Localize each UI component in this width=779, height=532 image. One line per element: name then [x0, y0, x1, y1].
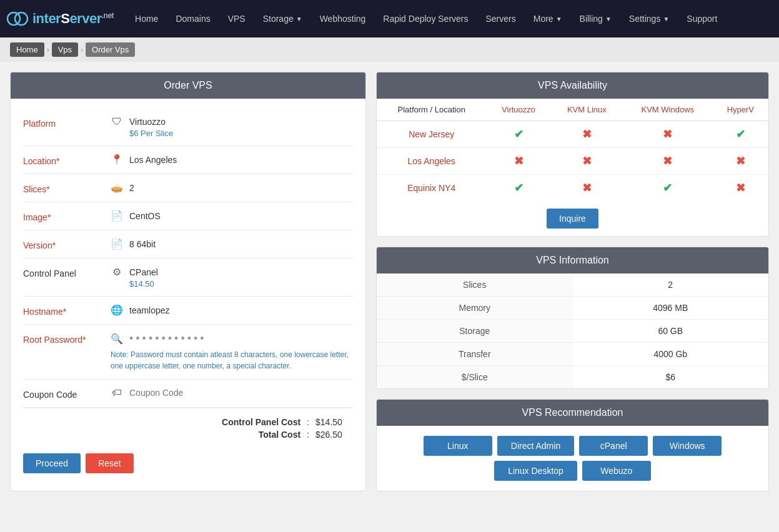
- recommendation-button-direct-admin[interactable]: Direct Admin: [497, 436, 574, 456]
- col-hyperv: HyperV: [713, 99, 768, 121]
- hostname-icon: 🌐: [111, 304, 123, 316]
- recommendation-button-webuzo[interactable]: Webuzo: [582, 461, 651, 481]
- col-kvm-windows: KVM Windows: [623, 99, 713, 121]
- info-row: $/Slice$6: [377, 366, 768, 389]
- avail-cell: ✖: [486, 148, 550, 175]
- version-field: 📄 8 64bit: [111, 238, 353, 250]
- x-icon: ✖: [582, 155, 592, 167]
- root-password-row: Root Password* 🔍 •••••••••••• Note: Pass…: [23, 325, 353, 380]
- coupon-field: 🏷: [111, 387, 353, 398]
- coupon-icon: 🏷: [111, 387, 123, 398]
- info-table: Slices2Memory4096 MBStorage60 GBTransfer…: [377, 273, 768, 388]
- nav-billing[interactable]: Billing▼: [571, 0, 620, 37]
- info-value: 60 GB: [573, 320, 769, 343]
- total-cost-row: Total Cost : $26.50: [23, 428, 353, 441]
- avail-cell: Los Angeles: [377, 148, 486, 175]
- coupon-input[interactable]: [129, 388, 353, 398]
- nav-vps[interactable]: VPS: [219, 0, 254, 37]
- top-navigation: interServer.net Home Domains VPS Storage…: [0, 0, 779, 37]
- avail-cell: New Jersey: [377, 121, 486, 148]
- recommendation-buttons: LinuxDirect AdmincPanelWindowsLinux Desk…: [377, 426, 768, 491]
- main-content: Order VPS Platform 🛡 Virtuozzo $6 Per Sl…: [0, 62, 779, 501]
- reset-button[interactable]: Reset: [86, 453, 134, 473]
- cp-cost-value: $14.50: [315, 417, 353, 427]
- vps-information-title: VPS Information: [377, 247, 768, 273]
- nav-home[interactable]: Home: [126, 0, 167, 37]
- control-panel-icon: ⚙: [111, 266, 123, 278]
- location-field: 📍 Los Angeles: [111, 154, 353, 165]
- nav-support[interactable]: Support: [678, 0, 726, 37]
- recommendation-button-cpanel[interactable]: cPanel: [579, 436, 648, 456]
- avail-cell: ✖: [713, 148, 768, 175]
- nav-storage[interactable]: Storage▼: [254, 0, 311, 37]
- version-row: Version* 📄 8 64bit: [23, 230, 353, 259]
- location-label: Location*: [23, 154, 111, 166]
- password-icon: 🔍: [111, 333, 123, 345]
- image-label: Image*: [23, 210, 111, 222]
- info-label: Slices: [377, 273, 573, 297]
- image-value: CentOS: [129, 211, 161, 221]
- info-row: Storage60 GB: [377, 320, 768, 343]
- main-nav: Home Domains VPS Storage▼ Webhosting Rap…: [126, 0, 773, 37]
- control-panel-label: Control Panel: [23, 266, 111, 278]
- hostname-field: 🌐 teamlopez: [111, 304, 353, 316]
- check-icon: ✔: [514, 128, 523, 140]
- root-password-field: 🔍 •••••••••••• Note: Password must conta…: [111, 332, 353, 372]
- recommendation-button-linux[interactable]: Linux: [424, 436, 492, 456]
- nav-more[interactable]: More▼: [525, 0, 571, 37]
- nav-webhosting[interactable]: Webhosting: [311, 0, 375, 37]
- nav-servers[interactable]: Servers: [477, 0, 525, 37]
- password-value[interactable]: ••••••••••••: [129, 332, 207, 345]
- avail-cell: Equinix NY4: [377, 175, 486, 202]
- x-icon: ✖: [663, 155, 672, 167]
- info-value: 2: [573, 273, 769, 297]
- nav-domains[interactable]: Domains: [167, 0, 219, 37]
- platform-row: Platform 🛡 Virtuozzo $6 Per Slice: [23, 109, 353, 146]
- info-label: Storage: [377, 320, 573, 343]
- availability-table: Platform / Location Virtuozzo KVM Linux …: [377, 99, 768, 201]
- control-panel-field: ⚙ CPanel $14.50: [111, 266, 353, 288]
- breadcrumb-order-vps[interactable]: Order Vps: [86, 42, 135, 57]
- logo[interactable]: interServer.net: [6, 7, 114, 30]
- version-label: Version*: [23, 238, 111, 250]
- coupon-row: Coupon Code 🏷: [23, 380, 353, 408]
- info-row: Memory4096 MB: [377, 297, 768, 320]
- info-row: Transfer4000 Gb: [377, 343, 768, 366]
- svg-point-0: [7, 12, 20, 25]
- slices-value: 2: [129, 183, 134, 193]
- order-vps-title: Order VPS: [11, 72, 365, 99]
- hostname-row: Hostname* 🌐 teamlopez: [23, 297, 353, 325]
- info-value: 4096 MB: [573, 297, 769, 320]
- proceed-button[interactable]: Proceed: [23, 453, 81, 473]
- platform-icon: 🛡: [111, 116, 123, 127]
- recommendation-button-linux-desktop[interactable]: Linux Desktop: [494, 461, 577, 481]
- image-row: Image* 📄 CentOS: [23, 202, 353, 230]
- order-vps-panel: Order VPS Platform 🛡 Virtuozzo $6 Per Sl…: [10, 72, 366, 491]
- avail-cell: ✖: [551, 175, 623, 202]
- breadcrumb-vps[interactable]: Vps: [52, 42, 78, 57]
- right-panels: VPS Availability Platform / Location Vir…: [376, 72, 769, 491]
- recommendation-button-windows[interactable]: Windows: [653, 436, 722, 456]
- nav-settings[interactable]: Settings▼: [620, 0, 678, 37]
- info-row: Slices2: [377, 273, 768, 297]
- cp-cost-label: Control Panel Cost: [222, 417, 300, 427]
- nav-rapid-deploy[interactable]: Rapid Deploy Servers: [374, 0, 477, 37]
- breadcrumb: Home › Vps › Order Vps: [0, 37, 779, 62]
- inquire-button[interactable]: Inquire: [547, 209, 598, 229]
- breadcrumb-home[interactable]: Home: [10, 42, 44, 57]
- info-value: 4000 Gb: [573, 343, 769, 366]
- slices-field: 🥧 2: [111, 182, 353, 194]
- avail-cell: ✖: [551, 148, 623, 175]
- col-platform-location: Platform / Location: [377, 99, 486, 121]
- control-panel-price: $14.50: [129, 279, 353, 288]
- control-panel-value: CPanel: [129, 267, 158, 277]
- vps-recommendation-title: VPS Recommendation: [377, 400, 768, 426]
- slices-label: Slices*: [23, 182, 111, 194]
- breadcrumb-sep-1: ›: [47, 46, 49, 54]
- platform-value: Virtuozzo: [129, 117, 166, 127]
- location-icon: 📍: [111, 154, 123, 165]
- check-icon: ✔: [663, 182, 672, 194]
- x-icon: ✖: [582, 182, 592, 194]
- location-row: Location* 📍 Los Angeles: [23, 146, 353, 174]
- x-icon: ✖: [582, 128, 592, 140]
